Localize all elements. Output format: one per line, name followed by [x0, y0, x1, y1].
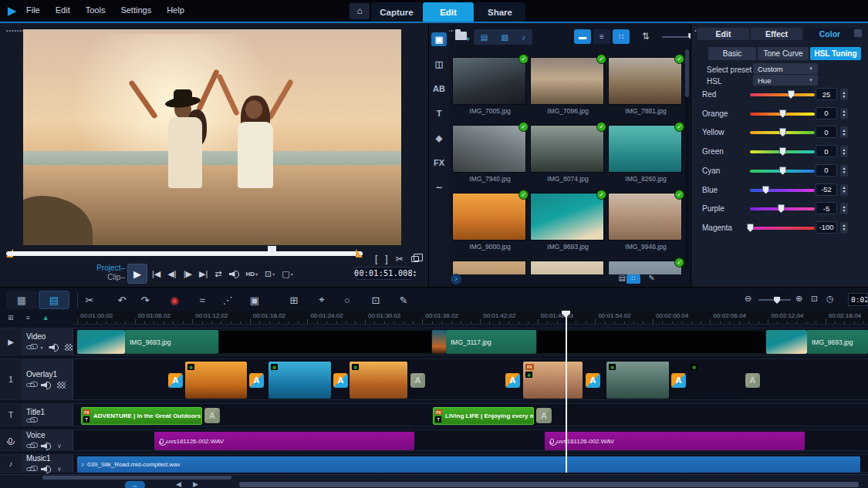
hsl-slider-spinner[interactable]: ▲▼ [840, 89, 848, 100]
seek-bar[interactable] [6, 251, 363, 256]
clip-mode-label[interactable]: Clip– [66, 273, 125, 282]
video-clip-segment[interactable]: IMG_9693.jpg [807, 330, 868, 354]
library-scrollbar[interactable] [685, 46, 689, 270]
motion-tracking-button[interactable]: ⌖ [312, 291, 331, 308]
menu-help[interactable]: Help [167, 5, 184, 15]
track-header[interactable]: Voice∨ [0, 430, 73, 450]
title-clip[interactable]: FXTLIVing LIFE | Enjoying every mor [433, 407, 534, 425]
subtab-basic[interactable]: Basic [708, 47, 756, 60]
scroll-left-button[interactable]: ◀ [176, 480, 181, 488]
hsl-slider-value[interactable]: 25 [816, 88, 837, 100]
edit-library-button[interactable]: ✎ [649, 274, 655, 282]
preview-timecode[interactable]: 00:01:51.008 [356, 267, 411, 280]
track-content[interactable]: A▦A▦A▦AAFX▦A▦A▦A [0, 359, 868, 399]
enlarge-button[interactable] [411, 254, 419, 264]
menu-edit[interactable]: Edit [56, 5, 70, 15]
scroll-right-button[interactable]: ▶ [193, 480, 198, 488]
hsl-slider-value[interactable]: 0 [816, 126, 837, 138]
filters-button[interactable]: FX [431, 156, 447, 170]
hsl-slider-thumb[interactable] [762, 186, 769, 194]
grid-view-button[interactable]: ∷ [613, 29, 630, 44]
transition-icon[interactable]: A [204, 407, 221, 424]
video-clip-segment[interactable] [766, 330, 807, 354]
transition-icon[interactable]: A [167, 372, 184, 389]
overlay-clip[interactable]: ▦ [184, 361, 248, 399]
overlay-clip[interactable]: ▦ [268, 361, 332, 399]
thumb-view-button[interactable]: ▬ [574, 29, 591, 44]
media-item[interactable]: ✓IMG_8260.jpg [608, 125, 684, 183]
hsl-slider-spinner[interactable]: ▲▼ [840, 126, 848, 138]
transition-icon[interactable]: A [333, 372, 349, 389]
tab-capture[interactable]: Capture [371, 2, 422, 22]
link-clips-icon[interactable] [26, 467, 35, 471]
play-button[interactable]: ▶ [127, 264, 147, 284]
track-scroll-thumb[interactable] [42, 476, 231, 480]
hsl-slider[interactable] [750, 189, 815, 192]
hsl-slider-thumb[interactable] [779, 128, 786, 136]
mask-creator-button[interactable]: ○ [338, 291, 356, 308]
track-manager-button[interactable]: ⊞ [285, 291, 303, 308]
transparency-icon[interactable] [57, 382, 66, 389]
media-item[interactable]: ✓IMG_7940.jpg [452, 125, 528, 183]
multi-trim-button[interactable]: ✂ [80, 291, 99, 308]
track-icon-cell[interactable]: ▶ [0, 328, 22, 355]
expand-track-icon[interactable]: ∨ [57, 466, 62, 473]
video-clip-segment[interactable] [536, 330, 766, 354]
safe-area-button[interactable]: ⊡▾ [265, 269, 275, 279]
scroll-mode-button[interactable]: ↔ [125, 481, 145, 488]
zoom-out-icon[interactable]: ⊖ [745, 294, 751, 304]
hsl-slider-thumb[interactable] [778, 204, 785, 213]
enlarge-preview-button[interactable]: ▢▾ [282, 269, 292, 279]
next-frame-button[interactable]: |▶ [184, 269, 192, 279]
show-photo-button[interactable]: ▧ [501, 33, 508, 42]
track-content[interactable]: IMG_9693.jpgIMG_3117.jpgIMG_9693.jpg [0, 328, 868, 355]
media-thumbnail[interactable]: ✓ [608, 193, 682, 241]
media-thumbnail[interactable]: ✓ [452, 125, 526, 173]
video-clip-segment[interactable] [218, 330, 432, 354]
media-item[interactable]: ✓IMG_7881.jpg [608, 57, 684, 115]
hsl-slider[interactable] [750, 227, 815, 230]
subtitle-editor-button[interactable]: ▣ [245, 291, 264, 308]
media-item[interactable]: ✓IMG_9946.jpg [608, 193, 684, 251]
track-header[interactable]: 1Overlay1 [0, 359, 73, 399]
hsl-slider-spinner[interactable]: ▲▼ [840, 184, 848, 196]
track-content[interactable]: uvs181126-002.WAVuvs181126-002.WAV [0, 430, 868, 450]
track-header[interactable]: ♪Music1∨ [0, 455, 73, 472]
auto-music-button[interactable]: ⋰ [218, 291, 237, 308]
zoom-in-icon[interactable]: ⊕ [795, 294, 802, 304]
hsl-slider-value[interactable]: 0 [816, 164, 837, 177]
track-filter-button[interactable]: ≡ [26, 314, 30, 321]
voice-clip[interactable]: uvs181126-002.WAV [545, 432, 805, 450]
subtab-tone-curve[interactable]: Tone Curve [758, 47, 809, 60]
overlay-clip[interactable]: ▦ [349, 361, 408, 399]
expand-button[interactable]: › [451, 274, 461, 284]
media-item[interactable]: ✓IMG_9693.jpg [530, 193, 606, 251]
media-item[interactable]: ✓IMG_7096.jpg [530, 57, 606, 115]
subtitles-button[interactable]: T [431, 106, 447, 120]
transition-icon[interactable]: A [745, 372, 761, 389]
horizontal-scrollbar-thumb[interactable] [239, 482, 859, 487]
duration-icon[interactable]: ◷ [826, 294, 834, 304]
fit-timeline-icon[interactable]: ⊡ [811, 294, 818, 304]
track-icon-cell[interactable]: ♪ [0, 455, 22, 472]
redo-button[interactable]: ↷ [136, 291, 154, 308]
mute-track-icon[interactable] [49, 343, 58, 351]
timecode-spinner[interactable]: ▲▼ [413, 267, 419, 280]
list-view-button[interactable]: ≡ [593, 29, 610, 44]
tab-edit[interactable]: Edit [423, 2, 474, 22]
project-mode-label[interactable]: Project– [66, 264, 125, 273]
preset-select[interactable]: Custom▼ [753, 63, 818, 74]
repeat-button[interactable]: ⇄ [214, 269, 221, 279]
media-item[interactable]: ✓IMG_8074.jpg [530, 125, 606, 183]
transitions-button[interactable]: ◫ [431, 57, 447, 71]
title-clip[interactable]: FXTADVENTURE | In the Great Outdoors [81, 407, 202, 425]
sort-icon[interactable]: ⇅ [642, 31, 650, 42]
video-clip-segment[interactable] [432, 330, 446, 354]
undo-button[interactable]: ↶ [113, 291, 131, 308]
titles-button[interactable]: AB [431, 82, 447, 96]
menu-tools[interactable]: Tools [86, 5, 106, 15]
sound-mixer-button[interactable]: ≈ [193, 291, 211, 308]
hsl-slider-value[interactable]: 0 [816, 107, 837, 119]
hsl-slider[interactable] [750, 170, 815, 173]
hsl-slider-spinner[interactable]: ▲▼ [840, 146, 848, 157]
